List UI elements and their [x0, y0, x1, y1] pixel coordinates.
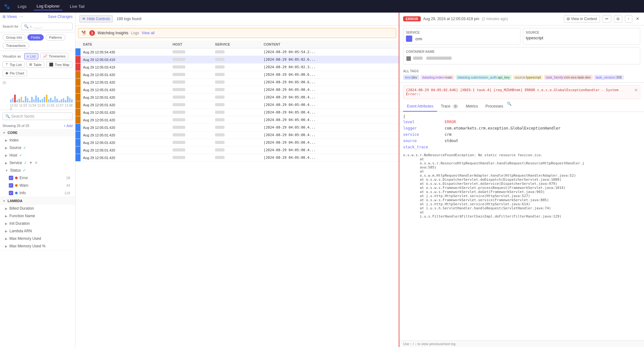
severity-cell [75, 63, 80, 71]
table-row[interactable]: Aug 29 12:05:01.420 [2024-08-29 04:05:00… [75, 154, 399, 162]
views-button[interactable]: ⊞ Views [3, 14, 17, 19]
save-changes-button[interactable]: Save Changes [48, 14, 73, 19]
service-cell [213, 48, 261, 56]
close-icon-small[interactable]: ✕ [35, 161, 38, 165]
table-row[interactable]: Aug 29 12:05:01.420 [2024-08-29 04:05:00… [75, 109, 399, 116]
table-row[interactable]: Aug 29 12:05:01.420 [2024-08-29 04:05:00… [75, 131, 399, 139]
error-checkbox[interactable] [9, 176, 13, 180]
views-dot-menu[interactable]: ⋯ [19, 14, 23, 19]
chart-bar [58, 101, 60, 102]
chart-bar [25, 96, 26, 102]
facet-service[interactable]: ▶ Service ✓ ▼ ✕ [0, 159, 75, 167]
col-service[interactable]: SERVICE [213, 41, 261, 48]
chart-bar [33, 99, 35, 102]
viz-timeseries[interactable]: 📈 Timeseries [40, 53, 68, 59]
lambda-section-header[interactable]: ▼ LAMBDA [0, 197, 75, 205]
table-row[interactable]: Aug 29 12:05:01.420 [2024-08-29 04:05:00… [75, 94, 399, 101]
service-cell [213, 101, 261, 109]
content-cell: [2024-08-29 04:05:00.4... [261, 86, 399, 94]
edit-button[interactable]: ✏ [602, 15, 611, 23]
table-row[interactable]: Aug 29 12:05:01.420 [2024-08-29 04:05:00… [75, 139, 399, 146]
table-row[interactable]: Aug 29 12:05:01.420 [2024-08-29 04:05:00… [75, 146, 399, 154]
col-host[interactable]: HOST [170, 41, 213, 48]
viz-top-list[interactable]: ⊤ Top List [3, 61, 25, 68]
tag-item: task_family:crm-ecs-task-dev [544, 75, 592, 80]
facets-search-input[interactable]: 🔍 Search facets [3, 113, 73, 120]
viz-list[interactable]: ≡ List [24, 53, 39, 59]
chart-x-labels: 11:5211:5311:5411:5511:5611:5711:58 [10, 104, 73, 107]
viz-label: Visualize as [3, 54, 21, 58]
view-in-context-button[interactable]: ⊞ View in Context [564, 15, 600, 23]
status-error-item[interactable]: Error 28 [0, 174, 75, 182]
table-row[interactable]: Aug 29 12:05:01.420 [2024-08-29 04:05:00… [75, 101, 399, 109]
table-row[interactable]: Aug 29 12:05:01.420 [2024-08-29 04:05:00… [75, 124, 399, 131]
attr-search-icon[interactable]: 🔍 [507, 102, 512, 112]
watchdog-view-all[interactable]: View all [142, 31, 154, 35]
facet-function-name[interactable]: ▶ Function Name [0, 212, 75, 220]
date-cell: Aug 29 12:05:01.420 [80, 116, 170, 124]
nav-live-tail[interactable]: Live Tail [67, 3, 87, 10]
col-date[interactable]: DATE [80, 41, 170, 48]
tab-event-attributes[interactable]: Event Attributes [403, 102, 437, 112]
filter-icon[interactable]: ▼ [29, 161, 33, 165]
facet-max-memory-used-pct[interactable]: ▶ Max Memory Used % [0, 242, 75, 250]
tab-processes[interactable]: Processes [482, 102, 507, 112]
share-button[interactable]: ↑ [625, 15, 632, 23]
severity-cell [75, 71, 80, 79]
nav-log-explorer[interactable]: Log Explorer [34, 3, 62, 10]
facet-init-duration[interactable]: ▶ Init Duration [0, 220, 75, 227]
table-row[interactable]: Aug 29 12:05:03.419 [2024-08-29 04:05:02… [75, 63, 399, 71]
error-dot-icon [15, 177, 18, 179]
chevron-down-icon: ▼ [3, 131, 6, 135]
copy-error-button[interactable]: ⧉ [635, 88, 637, 92]
status-warn-item[interactable]: Warn 43 [0, 182, 75, 189]
table-row[interactable]: Aug 29 12:05:01.420 [2024-08-29 04:05:00… [75, 86, 399, 94]
tab-transactions[interactable]: Transactions [3, 42, 29, 49]
hide-controls-button[interactable]: 👁 Hide Controls [79, 15, 113, 23]
close-panel-button[interactable]: × [635, 15, 640, 23]
facet-billed-duration[interactable]: ▶ Billed Duration [0, 205, 75, 212]
content-cell: [2024-08-29 04:05:54.2... [261, 48, 399, 56]
service-value: crm [415, 36, 422, 41]
tab-metrics[interactable]: Metrics [462, 102, 482, 112]
table-row[interactable]: Aug 29 12:05:01.420 [2024-08-29 04:05:00… [75, 116, 399, 124]
service-cell [213, 154, 261, 162]
content-cell: [2024-08-29 04:05:02.6... [261, 56, 399, 63]
table-row[interactable]: Aug 29 12:05:03.419 [2024-08-29 04:05:02… [75, 56, 399, 63]
status-info-item[interactable]: Info 118 [0, 189, 75, 197]
tab-patterns[interactable]: Patterns [46, 34, 65, 41]
core-section-header[interactable]: ▼ CORE [0, 129, 75, 136]
severity-cell [75, 124, 80, 131]
attr-key-source: source [403, 139, 441, 143]
facet-lambda-arn[interactable]: ▶ Lambda ARN [0, 227, 75, 235]
search-input[interactable]: 🔍 s...___... [21, 23, 73, 30]
tab-fields[interactable]: Fields [27, 34, 43, 41]
date-cell: Aug 29 12:05:01.420 [80, 101, 170, 109]
table-row[interactable]: Aug 29 12:05:54.435 [2024-08-29 04:05:54… [75, 48, 399, 56]
table-row[interactable]: Aug 29 12:05:01.420 [2024-08-29 04:05:00… [75, 79, 399, 86]
col-content[interactable]: CONTENT [261, 41, 399, 48]
warn-checkbox[interactable] [9, 183, 13, 188]
viz-table[interactable]: ⊞ Table [26, 61, 44, 68]
warn-dot-icon [15, 184, 18, 187]
date-cell: Aug 29 12:05:01.420 [80, 124, 170, 131]
facets-search-placeholder: Search facets [11, 114, 34, 118]
nav-logs[interactable]: Logs [15, 3, 29, 10]
chart-bar [29, 101, 31, 102]
copy-button[interactable]: ⧉ [614, 15, 622, 23]
facet-host[interactable]: ▶ Host ✓ [0, 151, 75, 159]
facet-max-memory-used[interactable]: ▶ Max Memory Used [0, 235, 75, 242]
facet-status[interactable]: ▼ Status ✓ [0, 167, 75, 174]
container-name-blurred [413, 57, 423, 60]
add-button[interactable]: + Add [64, 124, 73, 128]
viz-pie-chart[interactable]: ◉ Pie Chart [3, 70, 27, 76]
info-checkbox[interactable] [9, 191, 13, 195]
check-circle-icon: ✓ [23, 168, 26, 173]
tab-trace[interactable]: Trace 0 [437, 102, 462, 112]
viz-tree-map[interactable]: ⬛ Tree Map [46, 61, 72, 68]
facet-source[interactable]: ▶ Source ✓ [0, 144, 75, 151]
table-row[interactable]: Aug 29 12:05:01.420 [2024-08-29 04:05:00… [75, 71, 399, 79]
tab-group-into[interactable]: Group into [3, 34, 25, 41]
severity-cell [75, 48, 80, 56]
facet-index[interactable]: ▶ Index [0, 136, 75, 144]
